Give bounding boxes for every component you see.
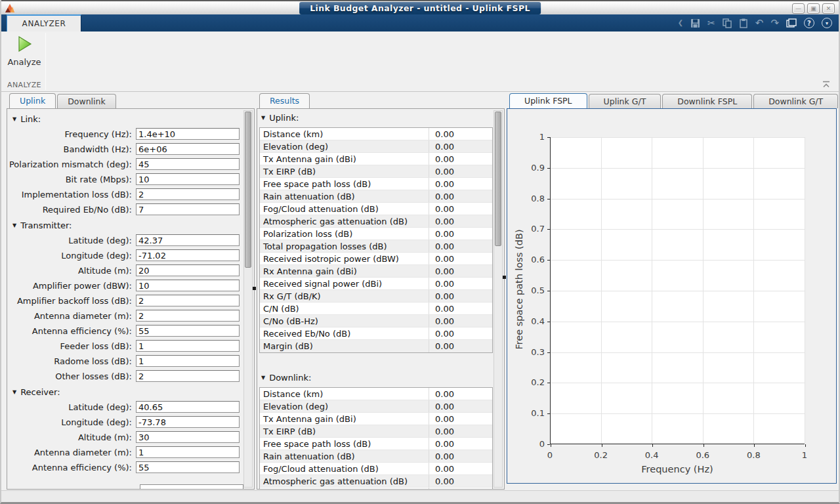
field-input-longitude-deg[interactable] bbox=[136, 416, 240, 428]
row-value: 0.00 bbox=[429, 242, 454, 251]
redo-icon[interactable]: ↷ bbox=[770, 18, 779, 28]
x-tick-mark bbox=[754, 444, 755, 447]
plot-panel-body: Free space path loss (dB) 00.20.40.60.81… bbox=[507, 108, 837, 484]
row-label: Tx EIRP (dB) bbox=[260, 165, 429, 177]
section-header-transmitter[interactable]: ▼Transmitter: bbox=[12, 220, 254, 230]
x-tick-label: 1 bbox=[802, 450, 807, 460]
clipped-input-field[interactable] bbox=[140, 484, 243, 490]
table-row: Total propagation losses (dB)0.00 bbox=[260, 240, 492, 253]
field-input-antenna-efficiency[interactable] bbox=[136, 461, 240, 473]
results-scrollbar[interactable] bbox=[494, 110, 503, 488]
tab-uplink-g-t[interactable]: Uplink G/T bbox=[589, 94, 662, 108]
window-title: Link Budget Analyzer - untitled - Uplink… bbox=[310, 3, 530, 13]
paste-icon[interactable] bbox=[739, 18, 748, 28]
gridline-horizontal bbox=[551, 168, 805, 169]
field-input-amplifier-power-dbw[interactable] bbox=[136, 280, 240, 291]
field-input-antenna-diameter-m[interactable] bbox=[136, 310, 240, 322]
results-scrollbar-thumb[interactable] bbox=[495, 112, 501, 246]
field-input-radome-loss-db[interactable] bbox=[136, 355, 240, 367]
y-tick-mark bbox=[547, 352, 550, 353]
field-input-altitude-m[interactable] bbox=[136, 431, 240, 443]
save-icon[interactable] bbox=[690, 18, 700, 28]
field-label-required-eb-no-db: Required Eb/No (dB): bbox=[7, 205, 136, 215]
undo-icon[interactable]: ↶ bbox=[755, 18, 764, 28]
results-panel-body: ▼Uplink:Distance (km)0.00Elevation (deg)… bbox=[257, 108, 505, 490]
gridline-horizontal bbox=[551, 413, 805, 414]
y-tick-mark bbox=[547, 168, 550, 169]
table-row: Free space path loss (dB)0.00 bbox=[260, 178, 492, 190]
results-section-header-downlink[interactable]: ▼Downlink: bbox=[261, 373, 504, 383]
row-label: Total propagation losses (dB) bbox=[260, 240, 429, 252]
field-input-feeder-loss-db[interactable] bbox=[136, 340, 240, 352]
table-row: Fog/Cloud attenuation (dB)0.00 bbox=[260, 463, 492, 475]
x-tick-label: 0.6 bbox=[696, 450, 709, 460]
back-chevron-icon[interactable]: ❮ bbox=[678, 18, 683, 28]
field-input-amplifier-backoff-loss-db[interactable] bbox=[136, 295, 240, 306]
row-value: 0.00 bbox=[429, 192, 454, 201]
field-input-latitude-deg[interactable] bbox=[136, 401, 240, 413]
table-row: Atmospheric gas attenuation (dB)0.00 bbox=[260, 475, 492, 488]
tab-downlink-g-t[interactable]: Downlink G/T bbox=[753, 94, 838, 108]
x-tick-label: 0.4 bbox=[645, 450, 659, 460]
section-title: Receiver: bbox=[20, 387, 60, 397]
field-input-latitude-deg[interactable] bbox=[136, 234, 240, 246]
row-label: Tx Antenna gain (dBi) bbox=[260, 413, 429, 425]
tab-uplink-fspl[interactable]: Uplink FSPL bbox=[509, 93, 587, 108]
layout-windows-icon[interactable] bbox=[786, 18, 797, 28]
row-label: C/N (dB) bbox=[260, 303, 429, 314]
row-label: Received signal power (dBi) bbox=[260, 278, 429, 289]
right-splitter-handle[interactable] bbox=[503, 276, 506, 279]
field-input-other-losses-db[interactable] bbox=[136, 370, 240, 382]
row-label: Fog/Cloud attenuation (dB) bbox=[260, 463, 429, 474]
form-row: Polarization mismatch (deg): bbox=[7, 158, 254, 170]
section-header-receiver[interactable]: ▼Receiver: bbox=[12, 387, 254, 397]
section-collapse-icon: ▼ bbox=[261, 375, 265, 381]
dropdown-icon[interactable]: ▾ bbox=[822, 18, 832, 28]
field-input-implementation-loss-db[interactable] bbox=[136, 188, 240, 200]
tab-downlink[interactable]: Downlink bbox=[57, 94, 116, 108]
tab-downlink-fspl[interactable]: Downlink FSPL bbox=[662, 94, 752, 108]
collapse-ribbon-icon[interactable] bbox=[822, 81, 831, 89]
help-icon[interactable]: ? bbox=[804, 18, 814, 28]
left-splitter-handle[interactable] bbox=[253, 287, 256, 290]
table-row: Elevation (deg)0.00 bbox=[260, 140, 492, 153]
parameters-scrollbar-thumb[interactable] bbox=[245, 112, 251, 268]
field-input-required-eb-no-db[interactable] bbox=[136, 203, 240, 215]
field-label-longitude-deg: Longitude (deg): bbox=[7, 417, 136, 427]
section-collapse-icon: ▼ bbox=[261, 115, 265, 121]
results-section-header-uplink[interactable]: ▼Uplink: bbox=[261, 113, 504, 123]
cut-icon[interactable]: ✂ bbox=[707, 18, 715, 28]
field-label-bit-rate-mbps: Bit rate (Mbps): bbox=[7, 175, 136, 184]
tab-results[interactable]: Results bbox=[259, 93, 310, 108]
title-bar[interactable]: Link Budget Analyzer - untitled - Uplink… bbox=[1, 0, 839, 14]
row-label: Polarization loss (dB) bbox=[260, 228, 429, 240]
minimize-button[interactable]: — bbox=[792, 3, 805, 14]
results-table-downlink: Distance (km)0.00Elevation (deg)0.00Tx A… bbox=[259, 387, 493, 490]
field-label-radome-loss-db: Radome loss (dB): bbox=[7, 356, 136, 366]
table-row: Tx Antenna gain (dBi)0.00 bbox=[260, 413, 492, 425]
section-header-link[interactable]: ▼Link: bbox=[12, 114, 254, 124]
row-value: 0.00 bbox=[429, 154, 454, 164]
parameters-scrollbar[interactable] bbox=[243, 110, 253, 488]
field-input-antenna-diameter-m[interactable] bbox=[136, 446, 240, 458]
close-button[interactable]: ✕ bbox=[822, 3, 835, 14]
row-value: 0.00 bbox=[429, 254, 454, 264]
field-label-altitude-m: Altitude (m): bbox=[7, 266, 136, 276]
field-input-polarization-mismatch-deg[interactable] bbox=[136, 158, 240, 170]
field-input-altitude-m[interactable] bbox=[136, 264, 240, 276]
copy-icon[interactable] bbox=[723, 18, 732, 28]
maximize-button[interactable]: ▣ bbox=[807, 3, 820, 14]
field-input-antenna-efficiency[interactable] bbox=[136, 325, 240, 337]
field-input-bit-rate-mbps[interactable] bbox=[136, 173, 240, 185]
row-label: Received Eb/No (dB) bbox=[260, 327, 429, 339]
field-input-bandwidth-hz[interactable] bbox=[136, 143, 240, 155]
analyze-button[interactable]: Analyze bbox=[7, 35, 42, 77]
toolstrip-separator bbox=[45, 33, 46, 90]
row-value: 0.00 bbox=[429, 414, 454, 424]
tab-uplink[interactable]: Uplink bbox=[9, 93, 56, 108]
field-input-longitude-deg[interactable] bbox=[136, 249, 240, 261]
tab-analyzer[interactable]: ANALYZER bbox=[7, 14, 81, 32]
row-value: 0.00 bbox=[429, 129, 454, 139]
y-tick-label: 0.3 bbox=[522, 347, 545, 357]
field-input-frequency-hz[interactable] bbox=[136, 128, 240, 140]
